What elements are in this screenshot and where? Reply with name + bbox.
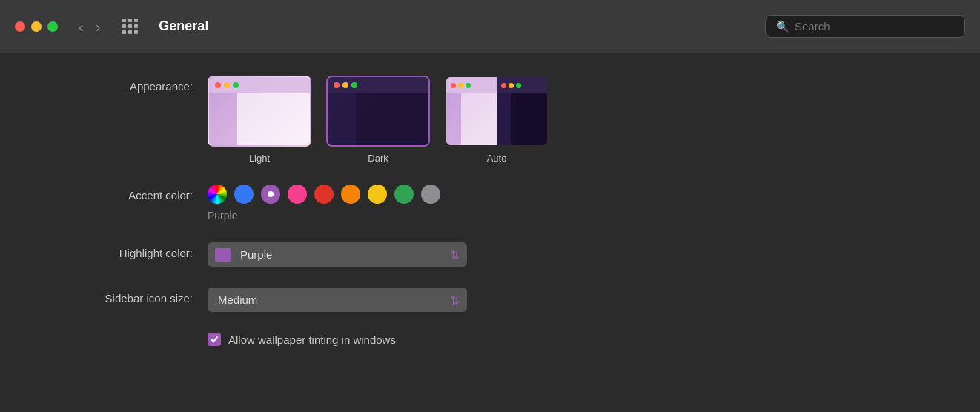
sidebar-icon-size-dropdown-row: Small Medium Large ⇅: [208, 288, 467, 312]
thumb-auto-main-l: [461, 93, 497, 145]
thumb-dot: [466, 83, 471, 88]
checkmark-icon: [210, 335, 219, 344]
appearance-thumb-light[interactable]: [208, 76, 311, 147]
thumb-dot: [516, 83, 521, 88]
grid-dot: [134, 30, 138, 34]
thumb-dot: [342, 82, 348, 88]
thumb-auto-body-right: [497, 93, 547, 145]
thumb-dot: [458, 83, 463, 88]
appearance-dark-label: Dark: [368, 153, 388, 164]
highlight-color-dropdown-row: Purple Blue Pink Red Orange Yellow Green…: [208, 242, 467, 267]
thumb-dot: [334, 82, 340, 88]
appearance-dark[interactable]: Dark: [326, 76, 430, 164]
sidebar-icon-size-select[interactable]: Small Medium Large: [208, 288, 467, 312]
sidebar-icon-size-label: Sidebar icon size:: [44, 288, 208, 305]
accent-graphite[interactable]: [421, 185, 440, 204]
thumb-dot: [351, 82, 357, 88]
thumb-auto-titlebar-right: [497, 77, 547, 93]
nav-buttons: ‹ ›: [74, 18, 105, 36]
appearance-auto[interactable]: Auto: [445, 76, 549, 164]
accent-yellow[interactable]: [368, 185, 387, 204]
thumb-dark-titlebar: [328, 77, 428, 93]
appearance-light[interactable]: Light: [208, 76, 311, 164]
appearance-auto-label: Auto: [487, 153, 507, 164]
highlight-color-row: Highlight color: Purple Blue Pink Red Or…: [44, 242, 936, 267]
thumb-dot: [509, 83, 514, 88]
thumb-auto-body-left: [446, 93, 497, 145]
highlight-color-select[interactable]: Purple Blue Pink Red Orange Yellow Green…: [208, 242, 467, 267]
appearance-options: Light Dark: [208, 76, 549, 164]
search-box: 🔍: [765, 15, 965, 38]
thumb-auto-sidebar-r: [497, 93, 511, 145]
thumb-dot: [451, 83, 456, 88]
thumb-light-titlebar: [209, 77, 310, 93]
wallpaper-tinting-row: Allow wallpaper tinting in windows: [208, 333, 936, 346]
grid-dot: [134, 24, 138, 28]
thumb-auto-main-r: [511, 93, 547, 145]
accent-purple[interactable]: [261, 185, 280, 204]
thumb-dot: [233, 82, 239, 88]
thumb-light-main: [237, 93, 310, 145]
thumb-dark-sidebar: [328, 93, 356, 145]
sidebar-icon-size-wrapper: Small Medium Large ⇅: [208, 288, 467, 312]
forward-button[interactable]: ›: [91, 18, 105, 36]
highlight-wrapper: Purple Blue Pink Red Orange Yellow Green…: [208, 242, 467, 267]
maximize-button[interactable]: [47, 21, 58, 32]
accent-orange[interactable]: [341, 185, 360, 204]
accent-multicolor[interactable]: [208, 185, 227, 204]
thumb-dot: [501, 83, 506, 88]
thumb-light-body: [209, 93, 310, 145]
accent-pink[interactable]: [288, 185, 307, 204]
app-grid-icon[interactable]: [122, 19, 138, 34]
accent-blue[interactable]: [234, 185, 254, 204]
appearance-label: Appearance:: [44, 76, 208, 93]
grid-dot: [128, 30, 132, 34]
appearance-row: Appearance: Light: [44, 76, 936, 164]
thumb-dot: [215, 82, 221, 88]
thumb-auto-titlebar-left: [446, 77, 497, 93]
grid-dot: [122, 30, 126, 34]
minimize-button[interactable]: [31, 21, 42, 32]
thumb-light-sidebar: [209, 93, 237, 145]
grid-dot: [122, 24, 126, 28]
thumb-dot: [224, 82, 230, 88]
thumb-auto-right: [497, 77, 547, 145]
wallpaper-tinting-checkbox[interactable]: [208, 333, 221, 346]
thumb-auto-sidebar-l: [446, 93, 461, 145]
page-title: General: [159, 19, 755, 34]
grid-dot: [128, 24, 132, 28]
grid-dot: [122, 19, 126, 22]
wallpaper-tinting-label: Allow wallpaper tinting in windows: [228, 333, 396, 346]
accent-color-label: Accent color:: [44, 185, 208, 202]
accent-colors: [208, 185, 440, 204]
highlight-color-label: Highlight color:: [44, 242, 208, 259]
search-icon: 🔍: [776, 21, 789, 33]
accent-section: Purple: [208, 185, 440, 222]
thumb-dark-body: [328, 93, 428, 145]
grid-dot: [128, 19, 132, 22]
traffic-lights: [15, 21, 58, 32]
thumb-dark-main: [356, 93, 428, 145]
search-input[interactable]: [795, 20, 954, 33]
accent-color-row: Accent color:: [44, 185, 936, 222]
back-button[interactable]: ‹: [74, 18, 88, 36]
appearance-thumb-auto[interactable]: [445, 76, 549, 147]
close-button[interactable]: [15, 21, 25, 32]
appearance-thumb-dark[interactable]: [326, 76, 430, 147]
appearance-light-label: Light: [249, 153, 270, 164]
main-content: Appearance: Light: [0, 53, 980, 368]
accent-red[interactable]: [314, 185, 334, 204]
sidebar-icon-size-row: Sidebar icon size: Small Medium Large ⇅: [44, 288, 936, 312]
thumb-auto-left: [446, 77, 497, 145]
titlebar: ‹ › General 🔍: [0, 0, 980, 53]
accent-green[interactable]: [394, 185, 414, 204]
accent-selected-name: Purple: [208, 210, 440, 222]
grid-dot: [134, 19, 138, 22]
